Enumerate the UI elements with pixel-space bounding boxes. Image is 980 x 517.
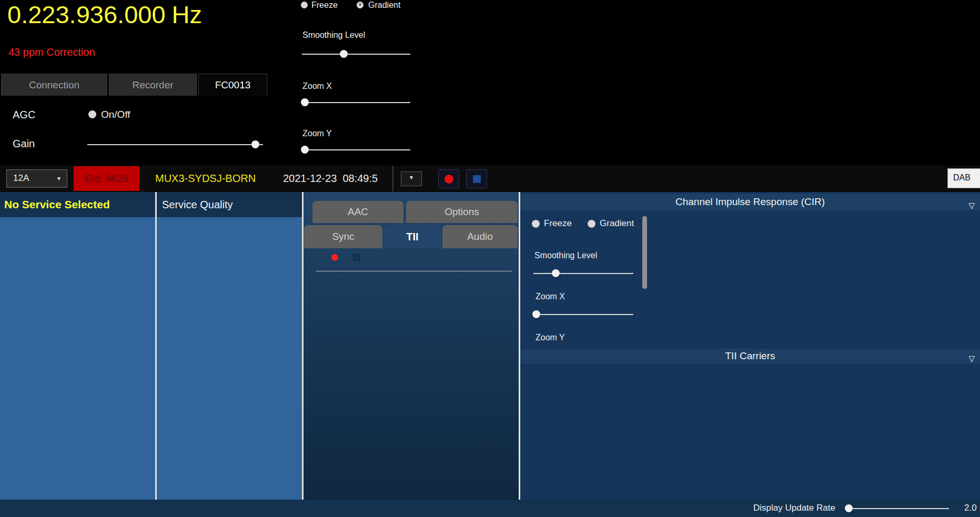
agc-label: AGC xyxy=(13,109,35,121)
zoom-y-slider-track[interactable] xyxy=(302,149,410,150)
eid-value: EId: 9629 xyxy=(85,173,128,184)
section-divider xyxy=(316,271,512,271)
cir-chart[interactable] xyxy=(658,210,980,346)
freeze-checkbox-icon[interactable] xyxy=(301,2,308,8)
zoom-x-slider-thumb[interactable] xyxy=(301,98,309,106)
eid-badge: EId: 9629 xyxy=(74,166,139,191)
tii-chart[interactable] xyxy=(526,362,980,499)
bottom-bar: Display Update Rate 2.0 xyxy=(0,500,980,517)
service-quality-body xyxy=(157,217,302,227)
datetime-label: 2021-12-23 08:49:5 xyxy=(283,173,378,185)
chevron-down-icon: ▼ xyxy=(409,175,414,180)
stop-button[interactable] xyxy=(466,169,487,188)
display-update-rate-thumb[interactable] xyxy=(845,504,853,512)
service-quality-panel: Service Quality xyxy=(157,192,302,500)
frequency-unit: Hz xyxy=(172,1,202,28)
cir-zoom-x-slider-track[interactable] xyxy=(533,314,633,315)
mode-select-value: DAB xyxy=(953,173,971,183)
scrollbar[interactable] xyxy=(642,216,647,289)
cir-smoothing-slider-thumb[interactable] xyxy=(552,269,560,277)
tab-fc0013[interactable]: FC0013 xyxy=(198,74,267,96)
cir-header: Channel Impulse Response (CIR) ▽ xyxy=(520,194,980,210)
cir-zoom-y-label: Zoom Y xyxy=(536,333,565,342)
tab-aac[interactable]: AAC xyxy=(312,201,403,223)
cir-smoothing-slider-track[interactable] xyxy=(533,273,633,274)
cir-zoom-x-slider-thumb[interactable] xyxy=(532,310,540,318)
zoom-x-label: Zoom X xyxy=(302,82,332,91)
tab-sync[interactable]: Sync xyxy=(304,225,382,248)
tab-options[interactable]: Options xyxy=(406,201,518,223)
tii-info-table xyxy=(304,285,519,342)
chevron-down-icon: ▼ xyxy=(56,176,62,181)
zoom-y-slider-thumb[interactable] xyxy=(301,146,309,154)
record-button[interactable] xyxy=(438,169,459,188)
smoothing-slider-track[interactable] xyxy=(302,54,410,55)
gain-label: Gain xyxy=(13,138,35,150)
spectrum-chart[interactable] xyxy=(461,0,980,161)
display-update-rate-label: Display Update Rate xyxy=(753,503,835,513)
service-list-header: No Service Selected xyxy=(0,192,155,217)
gain-slider-track[interactable] xyxy=(87,144,263,145)
ensemble-label: MUX3-SYDSJ-BORN xyxy=(155,173,256,185)
agc-onoff-label: On/Off xyxy=(101,109,130,120)
gradient-checkbox-icon[interactable]: ✕ xyxy=(357,2,363,8)
record-icon xyxy=(444,175,453,184)
channel-select-value: 12A xyxy=(13,173,29,184)
zoom-x-slider-track[interactable] xyxy=(302,102,410,103)
zoom-y-label: Zoom Y xyxy=(302,129,332,138)
cir-smoothing-slider-ticks xyxy=(533,266,633,270)
cir-freeze-label: Freeze xyxy=(544,218,572,229)
decoder-panel: AAC Options Sync TII Audio xyxy=(304,192,519,500)
frequency-display: 0.223.936.000Hz xyxy=(7,0,202,29)
cir-title: Channel Impulse Response (CIR) xyxy=(675,196,825,207)
smoothing-slider-ticks xyxy=(302,46,410,50)
tuner-tabs: Connection Recorder FC0013 xyxy=(1,74,267,96)
agc-radio[interactable] xyxy=(88,110,96,118)
smoothing-slider-thumb[interactable] xyxy=(340,50,348,58)
display-update-rate-track[interactable] xyxy=(848,508,949,509)
service-quality-header: Service Quality xyxy=(157,192,302,217)
tab-connection[interactable]: Connection xyxy=(1,74,107,96)
stop-indicator[interactable] xyxy=(353,254,360,261)
cir-smoothing-label: Smoothing Level xyxy=(534,251,597,260)
service-list-panel: No Service Selected xyxy=(0,192,155,500)
frequency-value: 0.223.936.000 xyxy=(7,1,166,28)
freeze-label: Freeze xyxy=(311,1,338,10)
tab-tii[interactable]: TII xyxy=(383,225,441,248)
ppm-correction: 43 ppm Correction xyxy=(8,46,95,58)
channel-bar-divider xyxy=(392,166,393,191)
tii-title: TII Carriers xyxy=(725,350,775,361)
channel-select[interactable]: 12A ▼ xyxy=(6,169,67,188)
gradient-label: Gradient xyxy=(368,1,400,10)
gain-slider-thumb[interactable] xyxy=(251,140,259,148)
dropdown-button[interactable]: ▼ xyxy=(401,171,422,186)
cir-freeze-radio[interactable] xyxy=(532,220,540,228)
cir-gradient-radio[interactable] xyxy=(588,220,595,228)
mode-select[interactable]: DAB xyxy=(947,168,980,188)
display-update-rate-value: 2.0 xyxy=(964,503,977,513)
record-indicator[interactable] xyxy=(331,254,338,261)
cir-gradient-label: Gradient xyxy=(600,218,634,229)
cir-zoom-x-label: Zoom X xyxy=(536,292,565,301)
gain-slider[interactable] xyxy=(87,139,263,150)
tii-header: TII Carriers ▽ xyxy=(520,349,980,363)
stop-icon xyxy=(473,175,481,183)
channel-bar: 12A ▼ EId: 9629 MUX3-SYDSJ-BORN 2021-12-… xyxy=(0,166,980,191)
tab-recorder[interactable]: Recorder xyxy=(109,74,197,96)
smoothing-label: Smoothing Level xyxy=(302,31,365,40)
tab-audio[interactable]: Audio xyxy=(442,225,518,248)
app-window: 0.223.936.000Hz 43 ppm Correction Connec… xyxy=(0,0,980,517)
